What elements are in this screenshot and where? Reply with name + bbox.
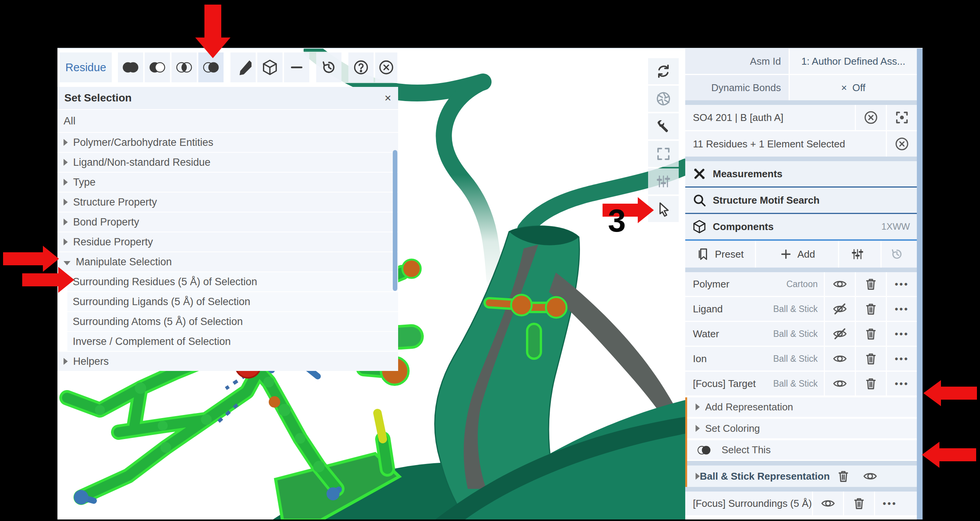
component-row-focus-surroundings[interactable]: [Focus] Surroundings (5 Å)••• (685, 492, 917, 515)
intersect-selection-button[interactable] (172, 52, 197, 82)
target-icon (894, 110, 910, 125)
menu-item-type[interactable]: Type (57, 173, 398, 192)
granularity-dropdown[interactable]: Residue (60, 52, 112, 82)
delete-component-button[interactable] (855, 322, 886, 346)
toggle-visibility-button[interactable] (824, 347, 855, 371)
turn-off-selection-mode-button[interactable] (375, 52, 397, 82)
remove-selection-button[interactable] (284, 52, 309, 82)
delete-representation-button[interactable] (830, 465, 857, 487)
menu-item-helpers[interactable]: Helpers (57, 352, 398, 371)
menu-item-surrounding-residues-5-of-selection[interactable]: Surrounding Residues (5 Å) of Selection (67, 272, 398, 291)
delete-component-button[interactable] (855, 347, 886, 371)
menu-item-surrounding-atoms-5-of-selection[interactable]: Surrounding Atoms (5 Å) of Selection (67, 312, 398, 331)
section-measurements[interactable]: Measurements (685, 161, 917, 188)
assembly-id-select-value[interactable]: 1: Author Defined Ass... (790, 49, 917, 74)
create-component-button[interactable] (257, 52, 283, 82)
delete-component-button[interactable] (855, 297, 886, 321)
menu-item-bond-property[interactable]: Bond Property (57, 212, 398, 232)
x-circle-icon (894, 136, 910, 152)
clear-selection-button[interactable] (886, 131, 917, 157)
add-to-selection-button[interactable] (118, 52, 143, 82)
menu-item-residue-property[interactable]: Residue Property (57, 232, 398, 252)
section-structure-motif-search-label: Structure Motif Search (713, 194, 820, 206)
toggle-representation-visibility[interactable] (857, 465, 884, 487)
chevron-right-icon (64, 137, 68, 149)
component-menu-button[interactable]: ••• (886, 272, 917, 296)
delete-component-button[interactable] (855, 272, 886, 296)
component-menu-button[interactable]: ••• (886, 322, 917, 346)
dynamic-bonds-toggle: Dynamic Bonds×Off (685, 75, 917, 100)
menu-item-set-coloring[interactable]: Set Coloring (687, 419, 917, 438)
panel-scrollbar[interactable] (917, 49, 923, 519)
menu-item-label: Ligand/Non-standard Residue (73, 157, 211, 168)
remove-from-selection-button[interactable] (145, 52, 170, 82)
ball-and-stick-representation-row[interactable]: Ball & Stick Representation (687, 465, 917, 487)
selection-mode-button[interactable] (648, 196, 679, 222)
history-button[interactable] (882, 241, 917, 268)
set-selection-button[interactable] (198, 52, 224, 82)
menu-item-label: Surrounding Residues (5 Å) of Selection (73, 276, 257, 288)
measure-icon (692, 167, 707, 181)
toggle-visibility-button[interactable] (824, 297, 855, 321)
venn-intersect-icon (174, 61, 194, 74)
close-circle-icon (378, 59, 395, 76)
selection-panel: Residue Set Selection × AllPolymer/Carbo… (57, 52, 398, 371)
menu-item-surrounding-ligands-5-of-selection[interactable]: Surrounding Ligands (5 Å) of Selection (67, 292, 398, 311)
menu-item-label: Select This (722, 444, 771, 456)
nitrogen-atom (327, 487, 340, 500)
menu-item-inverse-complement-of-selection[interactable]: Inverse / Complement of Selection (67, 332, 398, 351)
component-menu-button[interactable]: ••• (886, 372, 917, 395)
dynamic-bonds-toggle-value[interactable]: ×Off (790, 75, 917, 100)
shutter-icon (655, 91, 671, 107)
component-menu-button[interactable]: ••• (886, 347, 917, 371)
controls-toggle-button[interactable] (648, 113, 679, 139)
center-focus-button[interactable] (886, 105, 917, 130)
menu-item-polymer-carbohydrate-entities[interactable]: Polymer/Carbohydrate Entities (57, 133, 398, 152)
help-button[interactable] (348, 52, 374, 82)
component-row-polymer[interactable]: PolymerCartoon••• (685, 272, 917, 296)
trash-icon (863, 376, 879, 391)
toggle-visibility-button[interactable] (812, 492, 843, 515)
focus-item-row[interactable]: SO4 201 | B [auth A] (685, 105, 917, 130)
menu-scrollbar[interactable] (393, 150, 397, 291)
toggle-visibility-button[interactable] (824, 322, 855, 346)
reset-camera-button[interactable] (648, 58, 679, 84)
menu-item-select-this[interactable]: Select This (687, 440, 917, 460)
component-row-ligand[interactable]: LigandBall & Stick••• (685, 297, 917, 321)
menu-item-add-representation[interactable]: Add Representation (687, 397, 917, 417)
expand-icon (655, 146, 671, 162)
section-components[interactable]: Components1XWW (685, 214, 917, 241)
eye-off-icon (832, 301, 848, 317)
clear-focus-button[interactable] (855, 105, 886, 130)
toggle-visibility-button[interactable] (824, 272, 855, 296)
component-row-ion[interactable]: IonBall & Stick••• (685, 347, 917, 371)
cursor-icon (655, 201, 671, 217)
component-name: Ligand (693, 303, 723, 315)
expand-viewport-button[interactable] (648, 141, 679, 167)
representation-label: Ball & Stick (773, 354, 824, 364)
settings-button[interactable] (648, 168, 679, 194)
delete-component-button[interactable] (855, 372, 886, 395)
component-menu-button[interactable]: ••• (874, 492, 905, 515)
representation-label: Ball & Stick (773, 379, 824, 389)
undo-button[interactable] (316, 52, 341, 82)
menu-item-all[interactable]: All (57, 110, 398, 132)
component-row-water[interactable]: WaterBall & Stick••• (685, 322, 917, 346)
close-icon[interactable]: × (384, 91, 391, 105)
add-component-button[interactable]: Add (756, 241, 838, 268)
delete-component-button[interactable] (843, 492, 874, 515)
component-row-focus-target[interactable]: [Focus] TargetBall & Stick••• (685, 372, 917, 395)
toggle-visibility-button[interactable] (824, 372, 855, 395)
refresh-icon (655, 63, 671, 79)
menu-item-structure-property[interactable]: Structure Property (57, 193, 398, 212)
section-structure-motif-search[interactable]: Structure Motif Search (685, 188, 917, 214)
screenshot-button[interactable] (648, 86, 679, 112)
menu-item-ligand-non-standard-residue[interactable]: Ligand/Non-standard Residue (57, 153, 398, 172)
menu-item-manipulate-selection[interactable]: Manipulate Selection (57, 252, 398, 271)
menu-item-label: Surrounding Ligands (5 Å) of Selection (73, 296, 250, 308)
preset-button[interactable]: Preset (685, 241, 755, 268)
apply-theme-button[interactable] (230, 52, 256, 82)
ellipsis-icon: ••• (883, 498, 897, 509)
component-options-button[interactable] (839, 241, 880, 268)
component-menu-button[interactable]: ••• (886, 297, 917, 321)
